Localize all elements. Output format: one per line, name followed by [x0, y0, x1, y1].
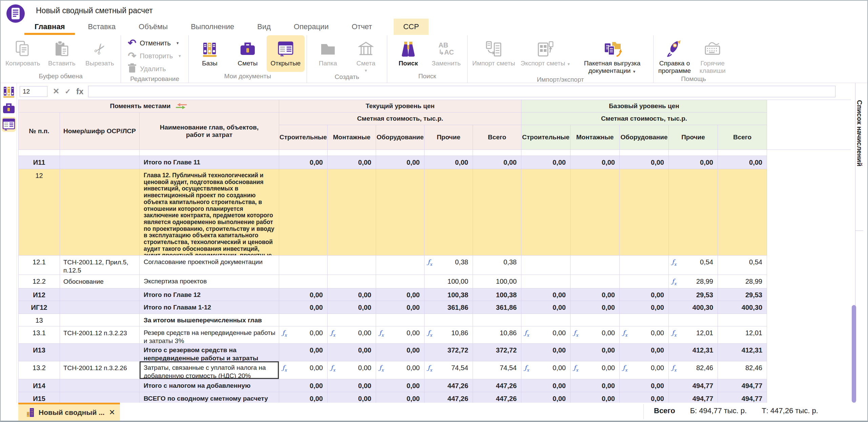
- sidebar-estimates-button[interactable]: [2, 101, 16, 116]
- cell-value[interactable]: ƒx0,00: [521, 361, 571, 379]
- cell-num[interactable]: 12.2: [18, 275, 60, 288]
- cell-value[interactable]: 12,01: [718, 326, 767, 344]
- cell-name[interactable]: Экспертиза проектов: [140, 275, 279, 288]
- cell-value[interactable]: 0,00: [521, 379, 571, 392]
- cell-value[interactable]: ƒx0,00: [620, 361, 669, 379]
- redo-button[interactable]: ↷ Повторить ▼: [128, 50, 182, 62]
- cell-value[interactable]: [376, 314, 425, 326]
- cell-value[interactable]: [328, 169, 376, 256]
- cell-value[interactable]: 74,54: [473, 361, 521, 379]
- function-icon[interactable]: fx: [76, 87, 83, 96]
- tab-vstavka[interactable]: Вставка: [86, 19, 117, 35]
- cell-value[interactable]: [620, 275, 669, 288]
- cell-value[interactable]: [718, 150, 767, 156]
- cell-value[interactable]: 10,86: [473, 326, 521, 344]
- cell-value[interactable]: 494,77: [718, 379, 767, 392]
- cell-value[interactable]: [376, 169, 425, 256]
- cell-value[interactable]: 0,00: [328, 156, 376, 169]
- cell-value[interactable]: ƒx0,00: [279, 326, 328, 344]
- cell-value[interactable]: [279, 150, 328, 156]
- cell-value[interactable]: 100,38: [425, 288, 473, 301]
- copy-button[interactable]: Копировать: [3, 35, 43, 72]
- cell-value[interactable]: ƒx0,00: [620, 326, 669, 344]
- tab-otchet[interactable]: Отчет: [350, 19, 373, 35]
- cell-num[interactable]: 12.1: [18, 256, 60, 275]
- cell-value[interactable]: [718, 169, 767, 256]
- cell-value[interactable]: ƒx12,01: [669, 326, 718, 344]
- cell-value[interactable]: [571, 169, 620, 256]
- cell-value[interactable]: 0,00: [620, 379, 669, 392]
- cell-value[interactable]: ƒx10,86: [425, 326, 473, 344]
- cell-value[interactable]: [376, 275, 425, 288]
- cell-value[interactable]: [279, 256, 328, 275]
- cell-name[interactable]: Итого по Главам 1-12: [140, 301, 279, 314]
- help-button[interactable]: Справка о программе: [656, 35, 694, 75]
- export-dropdown-icon[interactable]: ▼: [567, 62, 571, 66]
- cell-value[interactable]: ƒx0,00: [521, 326, 571, 344]
- cell-value[interactable]: [328, 150, 376, 156]
- cell-reference-input[interactable]: [20, 86, 47, 97]
- tab-vypolnenie[interactable]: Выполнение: [189, 19, 235, 35]
- cell-value[interactable]: 100,00: [425, 275, 473, 288]
- cell-value[interactable]: [279, 314, 328, 326]
- cell-value[interactable]: 0,00: [376, 344, 425, 361]
- cell-value[interactable]: 28,99: [718, 275, 767, 288]
- cell-value[interactable]: ƒx0,00: [376, 326, 425, 344]
- paste-button[interactable]: Вставить: [43, 35, 81, 72]
- cell-code[interactable]: ТСН-2001.12 п.3.2.26: [60, 361, 140, 379]
- cell-code[interactable]: [60, 379, 140, 392]
- cell-value[interactable]: 0,54: [718, 256, 767, 275]
- cell-value[interactable]: ƒx0,00: [328, 361, 376, 379]
- cancel-entry-icon[interactable]: ✕: [53, 87, 59, 96]
- cell-value[interactable]: 0,00: [718, 156, 767, 169]
- replace-button[interactable]: AB↳AC Заменить: [427, 35, 465, 72]
- batch-dropdown-icon[interactable]: ▼: [632, 69, 636, 74]
- cell-value[interactable]: 447,26: [425, 379, 473, 392]
- cell-value[interactable]: 29,53: [718, 288, 767, 301]
- cell-value[interactable]: [571, 256, 620, 275]
- sidebar-bases-button[interactable]: [2, 84, 16, 99]
- cell-value[interactable]: [425, 169, 473, 256]
- cell-value[interactable]: 100,00: [473, 275, 521, 288]
- cell-value[interactable]: 0,00: [521, 344, 571, 361]
- cell-value[interactable]: [473, 169, 521, 256]
- cell-value[interactable]: [473, 314, 521, 326]
- cell-num[interactable]: И11: [18, 156, 60, 169]
- cell-value[interactable]: 0,00: [521, 288, 571, 301]
- cell-value[interactable]: 0,00: [571, 344, 620, 361]
- cell-code[interactable]: [60, 344, 140, 361]
- cell-name[interactable]: Итого по Главе 12: [140, 288, 279, 301]
- tab-glavnaya[interactable]: Главная: [33, 19, 66, 35]
- cell-value[interactable]: [620, 169, 669, 256]
- cell-value[interactable]: 0,00: [376, 379, 425, 392]
- new-estimate-button[interactable]: Смета ▼: [347, 35, 385, 73]
- cell-code[interactable]: [60, 301, 140, 314]
- cell-value[interactable]: 494,77: [669, 379, 718, 392]
- cell-value[interactable]: [279, 275, 328, 288]
- sidebar-open-documents-button[interactable]: [2, 117, 16, 132]
- cell-num[interactable]: И12: [18, 288, 60, 301]
- cell-value[interactable]: 0,00: [328, 344, 376, 361]
- batch-upload-button[interactable]: Пакетная выгрузка документации▼: [573, 35, 651, 75]
- cell-name[interactable]: Итого с резервом средств на непредвиденн…: [140, 344, 279, 361]
- cell-value[interactable]: [473, 150, 521, 156]
- cell-code[interactable]: ТСН-2001.12, Прил.5, п.12.5: [60, 256, 140, 275]
- cell-value[interactable]: [620, 314, 669, 326]
- document-tab[interactable]: Новый сводный ... ✕: [18, 403, 120, 421]
- cell-value[interactable]: 361,86: [473, 301, 521, 314]
- cell-name[interactable]: [140, 150, 279, 156]
- estimate-dropdown-icon[interactable]: ▼: [364, 68, 368, 73]
- estimates-button[interactable]: Сметы: [229, 35, 267, 72]
- accruals-list-tab[interactable]: Список начислений: [855, 95, 863, 231]
- cell-value[interactable]: 0,00: [328, 301, 376, 314]
- cell-value[interactable]: [279, 169, 328, 256]
- cell-num[interactable]: 12: [18, 169, 60, 256]
- tab-vid[interactable]: Вид: [256, 19, 272, 35]
- cell-num[interactable]: И14: [18, 379, 60, 392]
- cell-value[interactable]: [620, 150, 669, 156]
- cell-value[interactable]: 0,00: [521, 156, 571, 169]
- cell-value[interactable]: ƒx0,00: [571, 326, 620, 344]
- open-documents-button[interactable]: Открытые: [267, 35, 305, 72]
- cell-value[interactable]: 0,00: [571, 379, 620, 392]
- undo-button[interactable]: ↶ Отменить ▼: [128, 37, 182, 49]
